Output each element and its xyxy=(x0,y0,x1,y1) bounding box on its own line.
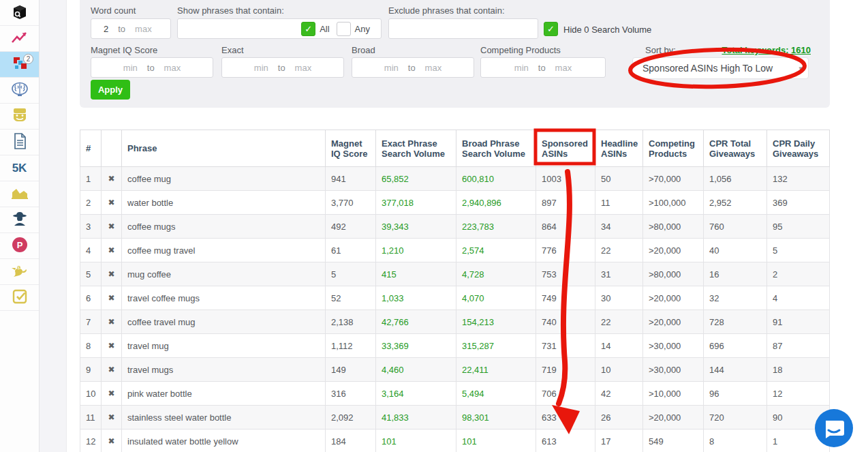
col-header-cpr-daily-giveaways[interactable]: CPR Daily Giveaways xyxy=(767,130,830,167)
filter-panel: Word count 2 to max Show phrases that co… xyxy=(80,0,830,108)
cell-num: 11 xyxy=(80,406,102,430)
cell-num: 7 xyxy=(80,310,102,334)
cell-phrase: coffee mug travel xyxy=(122,239,326,262)
delete-keyword-button[interactable]: ✖ xyxy=(102,191,122,215)
sidebar-item-magnet[interactable]: 2 xyxy=(0,52,39,78)
cell-iq: 492 xyxy=(326,215,376,239)
sidebar-item-5k-checker[interactable]: 5K xyxy=(0,155,39,181)
sidebar-item-alerts[interactable] xyxy=(0,207,39,233)
delete-keyword-button[interactable]: ✖ xyxy=(102,262,122,286)
cell-num: 6 xyxy=(80,286,102,310)
sidebar-item-cerebro[interactable] xyxy=(0,78,39,104)
delete-keyword-button[interactable]: ✖ xyxy=(102,286,122,310)
cell-competing: >100,000 xyxy=(643,191,704,215)
total-keywords[interactable]: Total keywords: 1610 xyxy=(722,45,811,55)
sidebar-item-black-box[interactable] xyxy=(0,0,39,26)
table-row: 11✖stainless steel water bottle2,09241,8… xyxy=(80,406,830,430)
table-row: 9✖travel mugs1494,46022,41171910>30,0001… xyxy=(80,358,830,382)
cell-iq: 184 xyxy=(326,430,376,452)
p-circle-icon: P xyxy=(11,236,29,256)
cell-broad: 2,940,896 xyxy=(456,191,536,215)
sidebar-item-keyword-tracker[interactable] xyxy=(0,181,39,207)
cell-cpr_daily: 4 xyxy=(767,286,830,310)
show-phrases-label: Show phrases that contain: xyxy=(177,5,284,16)
cell-phrase: travel mug xyxy=(122,334,326,358)
table-header-row: # Phrase Magnet IQ Score Exact Phrase Se… xyxy=(80,130,830,167)
cell-headline: 42 xyxy=(595,382,643,406)
cell-headline: 50 xyxy=(595,167,643,191)
delete-keyword-button[interactable]: ✖ xyxy=(102,239,122,262)
cell-sponsored: 706 xyxy=(536,382,595,406)
cell-competing: >20,000 xyxy=(643,310,704,334)
hide-zero-search-volume-checkbox[interactable]: ✓ xyxy=(544,22,558,36)
cell-num: 4 xyxy=(80,239,102,262)
cell-competing: >30,000 xyxy=(643,334,704,358)
col-header-cpr-total-giveaways[interactable]: CPR Total Giveaways xyxy=(704,130,767,167)
col-header-magnet-iq-score[interactable]: Magnet IQ Score xyxy=(326,130,376,167)
cell-headline: 17 xyxy=(595,430,643,452)
cell-exact: 101 xyxy=(376,430,456,452)
delete-keyword-button[interactable]: ✖ xyxy=(102,358,122,382)
cell-exact: 1,210 xyxy=(376,239,456,262)
delete-keyword-button[interactable]: ✖ xyxy=(102,334,122,358)
sidebar-item-misspellinator[interactable]: $ xyxy=(0,259,39,285)
word-count-max-input[interactable]: max xyxy=(135,24,152,34)
show-phrases-input[interactable] xyxy=(178,20,301,37)
cell-exact: 3,164 xyxy=(376,382,456,406)
sidebar-item-scribbles[interactable] xyxy=(0,130,39,155)
col-header-headline-asins[interactable]: Headline ASINs xyxy=(595,130,643,167)
sidebar-item-trends[interactable] xyxy=(0,26,39,52)
delete-keyword-button[interactable]: ✖ xyxy=(102,215,122,239)
exclude-phrases-input[interactable] xyxy=(389,20,538,37)
cell-phrase: travel mugs xyxy=(122,358,326,382)
table-row: 2✖water bottle3,770377,0182,940,89689711… xyxy=(80,191,830,215)
magnet-iq-score-range[interactable]: min to max xyxy=(91,57,213,78)
word-count-range[interactable]: 2 to max xyxy=(91,18,171,39)
cell-headline: 14 xyxy=(595,334,643,358)
delete-keyword-button[interactable]: ✖ xyxy=(102,310,122,334)
cell-cpr_total: 760 xyxy=(704,215,767,239)
table-row: 4✖coffee mug travel611,2102,57477622>20,… xyxy=(80,239,830,262)
cell-phrase: pink water bottle xyxy=(122,382,326,406)
cell-broad: 315,287 xyxy=(456,334,536,358)
delete-keyword-button[interactable]: ✖ xyxy=(102,167,122,191)
col-header-broad-phrase-search-volume[interactable]: Broad Phrase Search Volume xyxy=(456,130,536,167)
table-row: 10✖pink water bottle3163,1645,49470642>1… xyxy=(80,382,830,406)
cell-competing: >70,000 xyxy=(643,167,704,191)
sidebar-item-checklist[interactable] xyxy=(0,285,39,311)
exact-range[interactable]: min to max xyxy=(221,57,344,78)
document-icon xyxy=(12,132,27,153)
broad-range[interactable]: min to max xyxy=(352,57,474,78)
cell-cpr_total: 8 xyxy=(704,430,767,452)
exact-label: Exact xyxy=(221,45,244,55)
delete-keyword-button[interactable]: ✖ xyxy=(102,382,122,406)
table-row: 5✖mug coffee54154,72875331>80,000162 xyxy=(80,262,830,286)
cell-phrase: mug coffee xyxy=(122,262,326,286)
sidebar-item-profits[interactable]: P xyxy=(0,233,39,259)
cell-num: 9 xyxy=(80,358,102,382)
sidebar-item-frankenstein[interactable] xyxy=(0,104,39,130)
delete-keyword-button[interactable]: ✖ xyxy=(102,406,122,430)
col-header-sponsored-asins[interactable]: Sponsored ASINs xyxy=(536,130,595,167)
svg-text:P: P xyxy=(16,240,22,250)
all-checkbox[interactable]: ✓ xyxy=(301,22,315,36)
any-checkbox[interactable] xyxy=(337,22,351,36)
word-count-min-value[interactable]: 2 xyxy=(91,24,108,34)
cell-sponsored: 864 xyxy=(536,215,595,239)
cell-cpr_daily: 91 xyxy=(767,310,830,334)
chat-launcher-button[interactable] xyxy=(815,409,853,447)
delete-keyword-button[interactable]: ✖ xyxy=(102,430,122,452)
apply-button[interactable]: Apply xyxy=(91,80,130,100)
col-header-phrase[interactable]: Phrase xyxy=(122,130,326,167)
checkbox-icon xyxy=(12,288,28,307)
col-header-competing-products[interactable]: Competing Products xyxy=(643,130,704,167)
col-header-exact-phrase-search-volume[interactable]: Exact Phrase Search Volume xyxy=(376,130,456,167)
keyword-table: # Phrase Magnet IQ Score Exact Phrase Se… xyxy=(80,130,829,452)
col-header-number[interactable]: # xyxy=(80,130,102,167)
sort-by-dropdown[interactable]: Sponsored ASINs High To Low ▾ xyxy=(632,57,809,79)
competing-products-range[interactable]: min to max xyxy=(480,57,606,78)
cell-iq: 941 xyxy=(326,167,376,191)
cell-cpr_total: 96 xyxy=(704,382,767,406)
cell-phrase: coffee travel mug xyxy=(122,310,326,334)
cell-exact: 377,018 xyxy=(376,191,456,215)
